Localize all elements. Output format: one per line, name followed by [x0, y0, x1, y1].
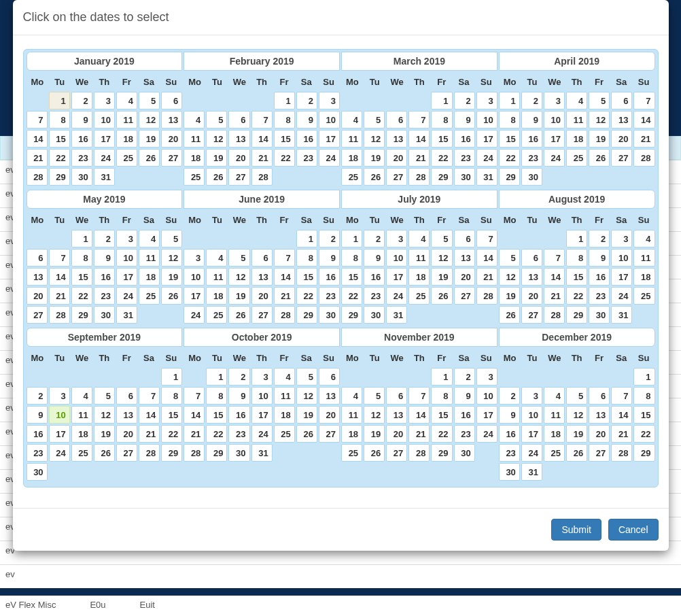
calendar-day[interactable]: 25 — [341, 444, 362, 462]
calendar-day[interactable]: 27 — [454, 287, 475, 305]
calendar-day[interactable]: 14 — [611, 406, 632, 424]
calendar-day[interactable]: 12 — [364, 406, 385, 424]
calendar-day[interactable]: 27 — [27, 306, 48, 324]
calendar-day[interactable]: 29 — [161, 444, 182, 462]
calendar-day[interactable]: 27 — [611, 149, 632, 167]
calendar-day[interactable]: 17 — [476, 130, 497, 148]
calendar-day[interactable]: 27 — [251, 306, 273, 324]
calendar-day[interactable]: 20 — [611, 130, 632, 148]
calendar-day[interactable]: 13 — [611, 111, 632, 129]
calendar-day[interactable]: 24 — [544, 149, 565, 167]
calendar-day[interactable]: 6 — [116, 387, 137, 405]
calendar-day[interactable]: 31 — [611, 306, 632, 324]
calendar-day[interactable]: 2 — [319, 230, 340, 247]
calendar-day[interactable]: 25 — [341, 168, 362, 186]
calendar-day[interactable]: 7 — [184, 387, 205, 405]
calendar-day[interactable]: 22 — [206, 425, 227, 443]
calendar-day[interactable]: 7 — [274, 249, 295, 267]
calendar-day[interactable]: 14 — [274, 268, 295, 286]
calendar-day[interactable]: 1 — [161, 368, 182, 386]
calendar-day[interactable]: 20 — [27, 287, 48, 305]
calendar-day[interactable]: 23 — [296, 149, 317, 167]
calendar-day[interactable]: 10 — [611, 249, 632, 267]
calendar-day[interactable]: 5 — [499, 249, 520, 267]
calendar-day[interactable]: 13 — [521, 268, 542, 286]
calendar-day[interactable]: 21 — [611, 425, 632, 443]
calendar-day[interactable]: 3 — [386, 230, 407, 247]
calendar-day[interactable]: 19 — [161, 268, 182, 286]
calendar-day[interactable]: 17 — [476, 406, 497, 424]
calendar-day[interactable]: 15 — [206, 406, 227, 424]
calendar-day[interactable]: 9 — [27, 406, 48, 424]
calendar-day[interactable]: 1 — [633, 368, 654, 386]
calendar-day[interactable]: 16 — [521, 130, 542, 148]
calendar-day[interactable]: 5 — [139, 92, 160, 109]
calendar-day[interactable]: 4 — [139, 230, 160, 247]
calendar-day[interactable]: 12 — [161, 249, 182, 267]
calendar-day[interactable]: 6 — [611, 92, 632, 109]
calendar-day[interactable]: 12 — [139, 111, 160, 129]
calendar-day[interactable]: 1 — [431, 368, 452, 386]
calendar-day[interactable]: 23 — [27, 444, 48, 462]
calendar-day[interactable]: 19 — [206, 149, 227, 167]
calendar-day[interactable]: 2 — [589, 230, 610, 247]
calendar-day[interactable]: 11 — [566, 111, 587, 129]
calendar-day[interactable]: 8 — [431, 111, 452, 129]
calendar-day[interactable]: 26 — [589, 149, 610, 167]
calendar-day[interactable]: 23 — [364, 287, 385, 305]
calendar-day[interactable]: 1 — [206, 368, 227, 386]
calendar-day[interactable]: 9 — [71, 111, 92, 129]
calendar-day[interactable]: 25 — [71, 444, 92, 462]
calendar-day[interactable]: 7 — [408, 111, 430, 129]
calendar-day[interactable]: 9 — [589, 249, 610, 267]
calendar-day[interactable]: 8 — [206, 387, 227, 405]
calendar-day[interactable]: 26 — [499, 306, 520, 324]
calendar-day[interactable]: 13 — [454, 249, 475, 267]
calendar-day[interactable]: 3 — [319, 92, 340, 109]
calendar-day[interactable]: 30 — [94, 306, 115, 324]
calendar-day[interactable]: 15 — [566, 268, 587, 286]
calendar-day[interactable]: 12 — [296, 387, 317, 405]
calendar-day[interactable]: 14 — [49, 268, 70, 286]
calendar-day[interactable]: 28 — [633, 149, 654, 167]
calendar-day[interactable]: 20 — [319, 406, 340, 424]
calendar-day[interactable]: 29 — [499, 168, 520, 186]
calendar-day[interactable]: 28 — [476, 287, 497, 305]
calendar-day[interactable]: 15 — [499, 130, 520, 148]
calendar-day[interactable]: 15 — [296, 268, 317, 286]
calendar-day[interactable]: 21 — [184, 425, 205, 443]
calendar-day[interactable]: 10 — [116, 249, 137, 267]
calendar-day[interactable]: 12 — [206, 130, 227, 148]
calendar-day[interactable]: 2 — [521, 92, 542, 109]
calendar-day[interactable]: 16 — [228, 406, 249, 424]
calendar-day[interactable]: 29 — [341, 306, 362, 324]
calendar-day[interactable]: 19 — [589, 130, 610, 148]
calendar-day[interactable]: 10 — [94, 111, 115, 129]
calendar-day[interactable]: 18 — [139, 268, 160, 286]
calendar-day[interactable]: 21 — [251, 149, 273, 167]
calendar-day[interactable]: 24 — [521, 444, 542, 462]
calendar-day[interactable]: 30 — [27, 463, 48, 481]
calendar-day[interactable]: 11 — [71, 406, 92, 424]
calendar-day[interactable]: 6 — [521, 249, 542, 267]
calendar-day[interactable]: 4 — [274, 368, 295, 386]
calendar-day[interactable]: 25 — [274, 425, 295, 443]
calendar-day[interactable]: 24 — [251, 425, 273, 443]
calendar-day[interactable]: 18 — [274, 406, 295, 424]
calendar-day[interactable]: 25 — [184, 168, 205, 186]
calendar-day[interactable]: 30 — [499, 463, 520, 481]
calendar-day[interactable]: 25 — [408, 287, 430, 305]
calendar-day[interactable]: 4 — [633, 230, 654, 247]
calendar-day[interactable]: 9 — [499, 406, 520, 424]
calendar-day[interactable]: 16 — [454, 130, 475, 148]
calendar-day[interactable]: 19 — [228, 287, 249, 305]
calendar-day[interactable]: 6 — [319, 368, 340, 386]
calendar-day[interactable]: 18 — [184, 149, 205, 167]
calendar-day[interactable]: 8 — [161, 387, 182, 405]
calendar-day[interactable]: 26 — [228, 306, 249, 324]
calendar-day[interactable]: 21 — [633, 130, 654, 148]
calendar-day[interactable]: 19 — [431, 268, 452, 286]
calendar-day[interactable]: 12 — [364, 130, 385, 148]
calendar-day[interactable]: 23 — [499, 444, 520, 462]
calendar-day[interactable]: 1 — [71, 230, 92, 247]
